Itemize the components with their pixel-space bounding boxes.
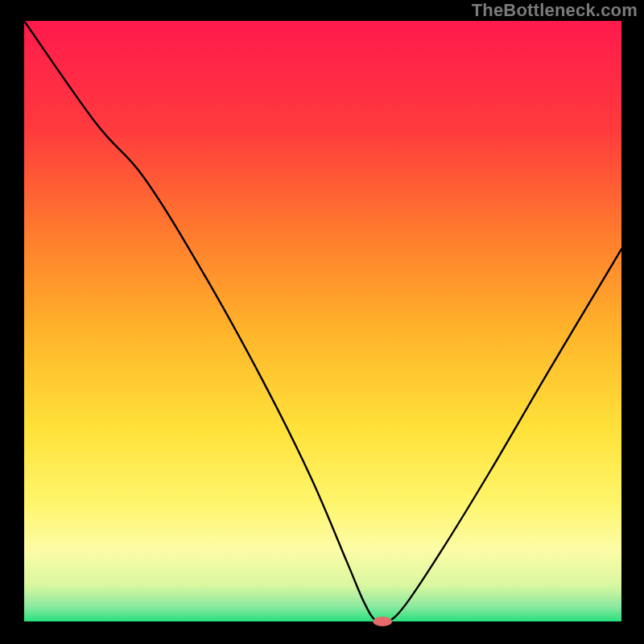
- bottleneck-chart: [0, 0, 644, 644]
- chart-frame: TheBottleneck.com: [0, 0, 644, 644]
- optimal-marker: [373, 617, 392, 626]
- plot-background: [24, 21, 621, 621]
